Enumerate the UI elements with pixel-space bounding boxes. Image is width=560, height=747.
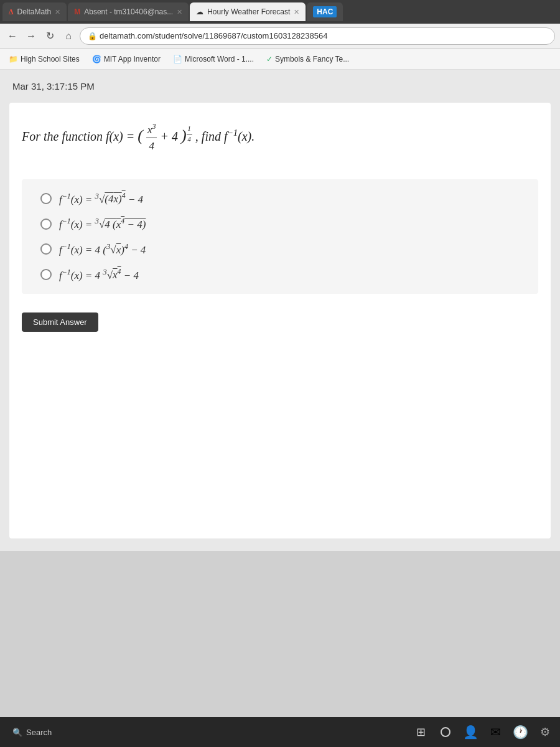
back-button[interactable]: ← bbox=[5, 29, 20, 44]
bookmark-word[interactable]: 📄 Microsoft Word - 1.... bbox=[169, 54, 258, 65]
taskbar: 🔍 Search ⊞ 👤 ✉ 🕐 ⚙ bbox=[0, 717, 560, 747]
choice-c-text: f−1(x) = 4 (3√x)4 − 4 bbox=[59, 242, 146, 256]
bookmark-label-symbols: Symbols & Fancy Te... bbox=[275, 55, 349, 63]
refresh-button[interactable]: ↻ bbox=[42, 29, 57, 44]
choice-a-text: f−1(x) = 3√(4x)4 − 4 bbox=[59, 192, 143, 206]
choice-a-row: f−1(x) = 3√(4x)4 − 4 bbox=[40, 192, 520, 206]
bookmark-label-word: Microsoft Word - 1.... bbox=[185, 55, 254, 63]
radio-c[interactable] bbox=[40, 243, 52, 255]
search-label: Search bbox=[26, 728, 52, 737]
page-content: Mar 31, 3:17:15 PM For the function f(x)… bbox=[0, 70, 560, 551]
radio-b[interactable] bbox=[40, 218, 52, 230]
function-expression: f(x) = ( x3 4 + 4 )14 bbox=[106, 129, 195, 143]
address-input[interactable]: 🔒 deltamath.com/student/solve/11869687/c… bbox=[80, 27, 555, 45]
taskbar-circle-icon[interactable] bbox=[436, 722, 455, 742]
address-bar-row: ← → ↻ ⌂ 🔒 deltamath.com/student/solve/11… bbox=[0, 24, 560, 49]
bookmark-favicon-word: 📄 bbox=[173, 55, 182, 63]
taskbar-mail-icon[interactable]: ✉ bbox=[485, 722, 505, 742]
bookmark-favicon-symbols: ✓ bbox=[266, 55, 273, 63]
choice-d-row: f−1(x) = 4 3√x4 − 4 bbox=[40, 268, 520, 282]
tab-absent[interactable]: M Absent - tm310406@nas... ✕ bbox=[68, 2, 189, 21]
address-text: deltamath.com/student/solve/11869687/cus… bbox=[100, 31, 327, 40]
tab-deltamath[interactable]: Δ DeltaMath ✕ bbox=[2, 2, 67, 21]
question-suffix: , find f−1(x). bbox=[195, 129, 254, 143]
main-card: For the function f(x) = ( x3 4 + 4 )14 ,… bbox=[9, 103, 551, 538]
submit-answer-button[interactable]: Submit Answer bbox=[22, 312, 98, 332]
tab-close-weather[interactable]: ✕ bbox=[294, 8, 299, 16]
taskbar-clock-icon[interactable]: 🕐 bbox=[510, 722, 530, 742]
tab-bar: Δ DeltaMath ✕ M Absent - tm310406@nas...… bbox=[0, 0, 560, 24]
hac-badge: HAC bbox=[313, 6, 337, 17]
search-icon: 🔍 bbox=[12, 728, 22, 737]
choice-b-row: f−1(x) = 3√4 (x4 − 4) bbox=[40, 217, 520, 231]
choice-b-text: f−1(x) = 3√4 (x4 − 4) bbox=[59, 217, 146, 231]
choice-d-text: f−1(x) = 4 3√x4 − 4 bbox=[59, 268, 139, 282]
bookmark-favicon-mit: 🌀 bbox=[92, 55, 101, 63]
tab-weather[interactable]: ☁ Hourly Weather Forecast ✕ bbox=[190, 2, 306, 21]
tab-label-weather: Hourly Weather Forecast bbox=[207, 7, 290, 16]
choice-c-row: f−1(x) = 4 (3√x)4 − 4 bbox=[40, 242, 520, 256]
bookmark-high-school[interactable]: 📁 High School Sites bbox=[5, 54, 83, 65]
tab-favicon-deltamath: Δ bbox=[9, 7, 14, 17]
date-time-bar: Mar 31, 3:17:15 PM bbox=[0, 76, 560, 96]
tab-hac[interactable]: HAC bbox=[307, 2, 343, 21]
submit-label: Submit Answer bbox=[33, 317, 87, 327]
home-button[interactable]: ⌂ bbox=[61, 29, 76, 44]
taskbar-windows-icon[interactable]: ⊞ bbox=[411, 722, 431, 742]
radio-a[interactable] bbox=[40, 193, 52, 204]
taskbar-right: ⊞ 👤 ✉ 🕐 ⚙ bbox=[411, 722, 555, 742]
taskbar-settings-icon[interactable]: ⚙ bbox=[535, 722, 555, 742]
bookmark-mit[interactable]: 🌀 MIT App Inventor bbox=[88, 54, 164, 65]
question-text: For the function f(x) = ( x3 4 + 4 )14 ,… bbox=[22, 121, 538, 154]
datetime-text: Mar 31, 3:17:15 PM bbox=[12, 81, 95, 92]
forward-button[interactable]: → bbox=[24, 29, 39, 44]
bookmark-label-high-school: High School Sites bbox=[21, 55, 80, 63]
tab-close-deltamath[interactable]: ✕ bbox=[55, 8, 60, 16]
radio-d[interactable] bbox=[40, 269, 52, 280]
bookmark-symbols[interactable]: ✓ Symbols & Fancy Te... bbox=[263, 54, 353, 65]
tab-label-absent: Absent - tm310406@nas... bbox=[84, 7, 173, 16]
tab-label-deltamath: DeltaMath bbox=[17, 7, 52, 16]
tab-favicon-absent: M bbox=[74, 7, 80, 16]
question-prefix: For the function bbox=[22, 129, 106, 143]
bookmark-favicon-high-school: 📁 bbox=[9, 55, 18, 63]
taskbar-search-area[interactable]: 🔍 Search bbox=[5, 725, 59, 740]
tab-favicon-weather: ☁ bbox=[196, 7, 203, 16]
taskbar-user-icon[interactable]: 👤 bbox=[460, 722, 480, 742]
bookmark-label-mit: MIT App Inventor bbox=[104, 55, 161, 63]
lock-icon: 🔒 bbox=[88, 32, 97, 40]
tab-close-absent[interactable]: ✕ bbox=[177, 8, 182, 16]
bookmarks-bar: 📁 High School Sites 🌀 MIT App Inventor 📄… bbox=[0, 49, 560, 70]
answer-choices: f−1(x) = 3√(4x)4 − 4 f−1(x) = 3√4 (x4 − … bbox=[22, 179, 538, 294]
